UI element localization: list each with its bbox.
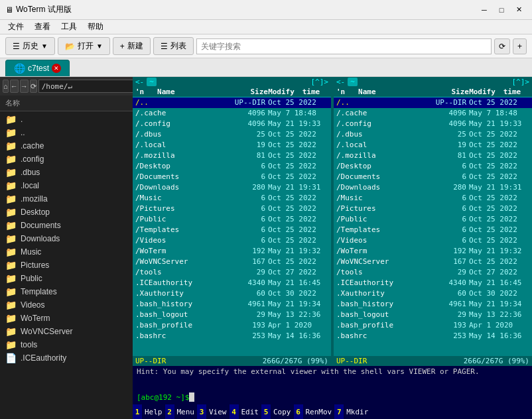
history-button[interactable]: ☰ 历史 ▼ — [5, 37, 55, 55]
sidebar-item-Public[interactable]: 📁Public — [0, 272, 133, 285]
sidebar-item-.ICEauthority[interactable]: 📄.ICEauthority — [0, 351, 133, 365]
file-row[interactable]: /Desktop6Oct 25 2022 — [133, 161, 331, 172]
file-row[interactable]: /WoVNCServer167Oct 25 2022 — [334, 257, 532, 267]
file-row[interactable]: /Downloads280May 21 19:31 — [133, 182, 331, 193]
sidebar-item-Pictures[interactable]: 📁Pictures — [0, 259, 133, 272]
minimize-button[interactable]: ─ — [476, 3, 492, 17]
sidebar-item-tools[interactable]: 📁tools — [0, 338, 133, 351]
funckey-5[interactable]: 5Copy — [261, 404, 294, 419]
add-session-button[interactable]: + — [513, 38, 527, 54]
file-row[interactable]: /Desktop6Oct 25 2022 — [334, 161, 532, 172]
sidebar-item-.cache[interactable]: 📁.cache — [0, 139, 133, 152]
left-panel-content[interactable]: /..UP--DIROct 25 2022/.cache4096May 7 18… — [133, 97, 331, 356]
file-row[interactable]: /tools29Oct 27 2022 — [133, 267, 331, 278]
tab-close-button[interactable]: ✕ — [52, 64, 61, 73]
file-row[interactable]: /Music6Oct 25 2022 — [133, 193, 331, 204]
right-panel-content[interactable]: /..UP--DIROct 25 2022/.cache4096May 7 18… — [334, 97, 532, 356]
menu-view[interactable]: 查看 — [29, 20, 56, 34]
file-row[interactable]: /WoTerm192May 21 19:32 — [334, 246, 532, 257]
sidebar-item-.dbus[interactable]: 📁.dbus — [0, 166, 133, 179]
sidebar-item-.[interactable]: 📁. — [0, 113, 133, 126]
sidebar-item-.config[interactable]: 📁.config — [0, 152, 133, 166]
file-row[interactable]: /.dbus25Oct 25 2022 — [334, 129, 532, 140]
sync-button[interactable]: ⟳ — [494, 38, 510, 54]
back-button[interactable]: ← — [10, 80, 19, 93]
sidebar-item-Downloads[interactable]: 📁Downloads — [0, 232, 133, 245]
funckey-num: 7 — [334, 404, 344, 419]
forward-button[interactable]: → — [20, 80, 29, 93]
file-row[interactable]: /.cache4096May 7 18:48 — [334, 108, 532, 119]
file-row[interactable]: /Music6Oct 25 2022 — [334, 193, 532, 204]
file-row[interactable]: .bashrc253May 14 16:36 — [133, 331, 331, 341]
file-row[interactable]: /.dbus25Oct 25 2022 — [133, 129, 331, 140]
funckey-1[interactable]: 1Help — [133, 404, 165, 419]
file-row[interactable]: /WoTerm192May 21 19:32 — [133, 246, 331, 257]
sidebar-item-Desktop[interactable]: 📁Desktop — [0, 206, 133, 219]
file-row[interactable]: /Videos6Oct 25 2022 — [334, 235, 532, 246]
file-row[interactable]: .ICEauthority4340May 21 16:45 — [334, 278, 532, 288]
funckey-2[interactable]: 2Menu — [165, 404, 198, 419]
file-row[interactable]: /..UP--DIROct 25 2022 — [334, 97, 532, 108]
file-row[interactable]: /Templates6Oct 25 2022 — [133, 225, 331, 235]
menu-tools[interactable]: 工具 — [56, 20, 82, 34]
file-row[interactable]: /.config4096May 21 19:33 — [334, 119, 532, 129]
file-row[interactable]: .bash_history4961May 21 19:34 — [334, 299, 532, 310]
file-row[interactable]: /tools29Oct 27 2022 — [334, 267, 532, 278]
funckey-7[interactable]: 7Mkdir — [334, 404, 371, 419]
menu-file[interactable]: 文件 — [3, 20, 29, 34]
funckey-3[interactable]: 3View — [197, 404, 230, 419]
sidebar-item-Templates[interactable]: 📁Templates — [0, 285, 133, 298]
file-row[interactable]: .bashrc253May 14 16:36 — [334, 331, 532, 341]
terminal-prompt[interactable]: [abc@192 ~]$ — [133, 390, 532, 404]
file-row[interactable]: /Public6Oct 25 2022 — [133, 214, 331, 225]
funckey-4[interactable]: 4Edit — [230, 404, 262, 419]
file-row[interactable]: /Public6Oct 25 2022 — [334, 214, 532, 225]
file-row[interactable]: .bash_history4961May 21 19:34 — [133, 299, 331, 310]
new-button[interactable]: + 新建 — [113, 37, 151, 55]
home-button[interactable]: ⌂ — [3, 80, 9, 93]
path-input[interactable] — [38, 80, 133, 93]
file-row[interactable]: .ICEauthority4340May 21 16:45 — [133, 278, 331, 288]
file-row[interactable]: .bash_profile193Apr 1 2020 — [133, 320, 331, 331]
search-input[interactable] — [196, 38, 492, 54]
file-row[interactable]: /Downloads280May 21 19:31 — [334, 182, 532, 193]
sidebar-item-.local[interactable]: 📁.local — [0, 179, 133, 192]
sidebar-item-WoVNCServer[interactable]: 📁WoVNCServer — [0, 325, 133, 338]
file-row[interactable]: /.cache4096May 7 18:48 — [133, 108, 331, 119]
file-row[interactable]: /Templates6Oct 25 2022 — [334, 225, 532, 235]
file-row[interactable]: .bash_profile193Apr 1 2020 — [334, 320, 532, 331]
toolbar: ☰ 历史 ▼ 📂 打开 ▼ + 新建 ☰ 列表 ⟳ + — [0, 34, 532, 58]
file-row[interactable]: /Documents6Oct 25 2022 — [334, 172, 532, 182]
file-row[interactable]: /.mozilla81Oct 25 2022 — [334, 150, 532, 161]
file-row[interactable]: /Documents6Oct 25 2022 — [133, 172, 331, 182]
sidebar-item-Music[interactable]: 📁Music — [0, 245, 133, 259]
sidebar-item-Videos[interactable]: 📁Videos — [0, 298, 133, 312]
file-row[interactable]: /Pictures6Oct 25 2022 — [334, 204, 532, 214]
folder-icon: 📁 — [5, 300, 17, 310]
file-row[interactable]: /.local19Oct 25 2022 — [133, 140, 331, 150]
file-row[interactable]: /Pictures6Oct 25 2022 — [133, 204, 331, 214]
sidebar-item-..[interactable]: 📁.. — [0, 126, 133, 139]
close-button[interactable]: ✕ — [511, 3, 527, 17]
file-row[interactable]: .Xauthority60Oct 30 2022 — [334, 288, 532, 299]
sidebar-item-WoTerm[interactable]: 📁WoTerm — [0, 312, 133, 325]
file-row[interactable]: /.local19Oct 25 2022 — [334, 140, 532, 150]
sidebar-item-.mozilla[interactable]: 📁.mozilla — [0, 192, 133, 206]
file-row[interactable]: .bash_logout29May 13 22:36 — [334, 310, 532, 320]
file-name: .bash_logout — [135, 310, 228, 320]
file-row[interactable]: /..UP--DIROct 25 2022 — [133, 97, 331, 108]
file-row[interactable]: /Videos6Oct 25 2022 — [133, 235, 331, 246]
file-row[interactable]: /.config4096May 21 19:33 — [133, 119, 331, 129]
funckey-6[interactable]: 6RenMov — [294, 404, 335, 419]
open-button[interactable]: 📂 打开 ▼ — [58, 37, 110, 55]
sidebar-item-Documents[interactable]: 📁Documents — [0, 219, 133, 232]
file-row[interactable]: .Xauthority60Oct 30 2022 — [133, 288, 331, 299]
file-row[interactable]: .bash_logout29May 13 22:36 — [133, 310, 331, 320]
tab-c7test[interactable]: 🌐 c7test ✕ — [5, 60, 70, 76]
menu-help[interactable]: 帮助 — [82, 20, 109, 34]
file-row[interactable]: /WoVNCServer167Oct 25 2022 — [133, 257, 331, 267]
list-button[interactable]: ☰ 列表 — [153, 37, 194, 55]
refresh-button[interactable]: ⟳ — [30, 80, 37, 93]
file-row[interactable]: /.mozilla81Oct 25 2022 — [133, 150, 331, 161]
maximize-button[interactable]: □ — [494, 3, 509, 17]
